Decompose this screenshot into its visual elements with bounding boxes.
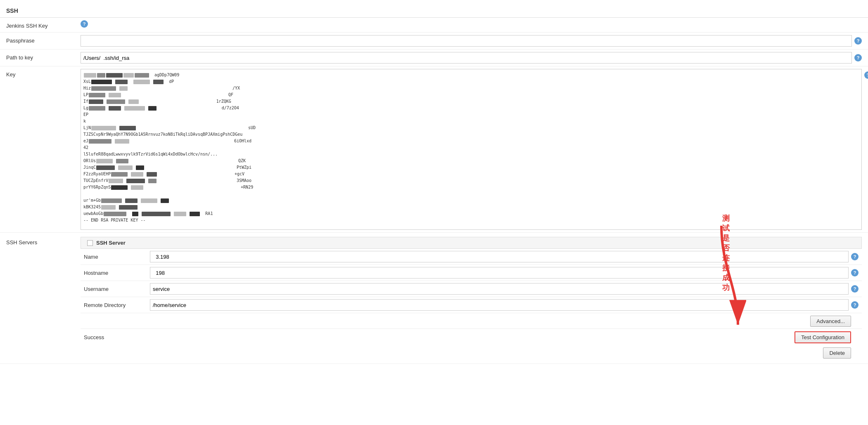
passphrase-controls: ? (81, 35, 862, 47)
server-username-controls: ? (150, 283, 859, 295)
key-help-icon[interactable]: ? (864, 71, 868, 79)
delete-button-row: Delete (81, 346, 862, 361)
passphrase-input[interactable] (81, 35, 852, 47)
server-name-help-icon[interactable]: ? (851, 253, 859, 260)
page-container: SSH Jenkins SSH Key ? Passphrase ? Path … (0, 0, 868, 425)
path-to-key-controls: ? (81, 52, 862, 64)
server-username-row: Username ? (81, 281, 862, 297)
jenkins-ssh-key-help-icon[interactable]: ? (81, 20, 88, 28)
server-name-row: Name ? (81, 249, 862, 265)
server-username-label: Username (84, 286, 150, 292)
passphrase-row: Passphrase ? (0, 33, 868, 50)
ssh-servers-row: SSH Servers SSH Server Name ? (0, 234, 868, 364)
server-remote-dir-controls: ? (150, 299, 859, 311)
delete-button[interactable]: Delete (823, 347, 851, 359)
path-to-key-help-icon[interactable]: ? (854, 54, 862, 61)
server-hostname-row: Hostname ? (81, 265, 862, 281)
server-remote-dir-row: Remote Directory ? (81, 297, 862, 313)
server-username-help-icon[interactable]: ? (851, 285, 859, 293)
path-to-key-input[interactable] (81, 52, 852, 64)
server-remote-dir-input[interactable] (150, 299, 849, 311)
jenkins-ssh-key-row: Jenkins SSH Key ? (0, 18, 868, 33)
server-hostname-controls: ? (150, 267, 859, 279)
server-remote-dir-label: Remote Directory (84, 302, 150, 308)
key-row: Key agDDp7QW09 XsL dP Hiz /YX LP QF If (0, 66, 868, 233)
test-configuration-button[interactable]: Test Configuration (794, 331, 851, 343)
ssh-servers-section: SSH Servers SSH Server Name ? (0, 234, 868, 364)
server-hostname-help-icon[interactable]: ? (851, 269, 859, 276)
key-textarea[interactable]: agDDp7QW09 XsL dP Hiz /YX LP QF If 1rZQK… (81, 69, 862, 230)
key-wrap: agDDp7QW09 XsL dP Hiz /YX LP QF If 1rZQK… (81, 69, 862, 230)
server-name-label: Name (84, 254, 150, 260)
path-to-key-row: Path to key ? (0, 50, 868, 66)
key-label: Key (6, 69, 81, 78)
ssh-section-title: SSH (0, 4, 868, 18)
server-remote-dir-help-icon[interactable]: ? (851, 301, 859, 309)
advanced-button[interactable]: Advanced... (810, 316, 851, 327)
jenkins-ssh-key-controls: ? (81, 20, 862, 28)
server-hostname-label: Hostname (84, 270, 150, 276)
ssh-server-checkbox[interactable] (87, 240, 93, 246)
advanced-button-row: Advanced... (81, 313, 862, 329)
passphrase-label: Passphrase (6, 35, 81, 44)
server-hostname-input[interactable] (150, 267, 849, 279)
ssh-server-header: SSH Server (81, 237, 862, 249)
success-status: Success (84, 334, 794, 340)
ssh-servers-label: SSH Servers (6, 237, 81, 246)
server-username-input[interactable] (150, 283, 849, 295)
path-to-key-label: Path to key (6, 52, 81, 61)
ssh-servers-content: SSH Server Name ? Hostname ? (81, 237, 862, 361)
server-name-controls: ? (150, 251, 859, 262)
passphrase-help-icon[interactable]: ? (854, 37, 862, 45)
server-name-input[interactable] (150, 251, 849, 262)
ssh-server-label: SSH Server (96, 240, 126, 246)
status-actions-row: Success 测试是否连接成功 Te (81, 329, 862, 346)
jenkins-ssh-key-label: Jenkins SSH Key (6, 20, 81, 29)
